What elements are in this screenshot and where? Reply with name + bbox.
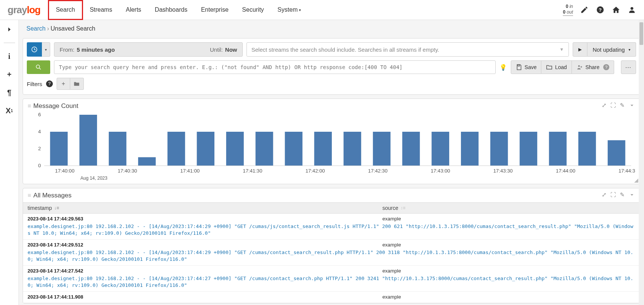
nav-item-dashboards[interactable]: Dashboards	[148, 0, 194, 20]
cell-message: example.designet.jp:80 192.168.2.102 - -…	[28, 275, 635, 288]
focus-icon[interactable]: ⤢	[602, 102, 607, 110]
query-panel: ▾ From: 5 minutes ago Until: Now Select …	[23, 38, 640, 95]
all-messages-widget: ≡ All Messages ⤢ ⛶ ✎ timestamp↓≡ source↕…	[23, 188, 640, 303]
throughput-indicator: 0 in 0 out	[563, 4, 573, 16]
table-row[interactable]: 2023-08-14 17:44:29.512exampleexample.de…	[23, 240, 640, 266]
cell-timestamp: 2023-08-14 17:44:11.908	[28, 294, 382, 300]
sort-icon: ↕≡	[401, 205, 405, 211]
filters-help-icon[interactable]: ?	[46, 80, 53, 87]
cell-source: example	[382, 242, 401, 248]
scratchpad-icon[interactable]	[580, 5, 589, 14]
home-icon[interactable]	[612, 5, 621, 14]
svg-text:2: 2	[38, 146, 41, 151]
cell-timestamp: 2023-08-14 17:44:29.512	[28, 242, 382, 248]
svg-text:6: 6	[38, 113, 41, 117]
widget-menu-icon[interactable]	[629, 191, 635, 199]
svg-text:17:40:00: 17:40:00	[55, 169, 74, 174]
hint-bulb-icon[interactable]: 💡	[499, 64, 507, 71]
svg-text:17:42:00: 17:42:00	[305, 169, 325, 174]
logo[interactable]: graylog	[8, 4, 40, 16]
filters-label: Filters	[27, 81, 42, 87]
table-row[interactable]: 2023-08-14 17:44:29.563exampleexample.de…	[23, 214, 640, 240]
cell-message: example.designet.jp:80 192.168.2.102 - -…	[28, 223, 635, 236]
fullscreen-icon[interactable]: ⛶	[610, 102, 616, 110]
table-row[interactable]: 2023-08-14 17:44:11.908example	[23, 292, 640, 303]
svg-rect-23	[402, 132, 420, 166]
chevron-down-icon: ▼	[559, 47, 564, 52]
svg-rect-5	[518, 65, 520, 66]
breadcrumb-root[interactable]: Search	[26, 25, 46, 32]
user-icon[interactable]	[627, 5, 636, 14]
edit-widget-icon[interactable]: ✎	[620, 191, 625, 199]
refresh-mode-dropdown[interactable]: Not updating▾	[587, 42, 636, 57]
svg-rect-16	[197, 132, 214, 166]
time-range-button[interactable]	[27, 42, 42, 57]
svg-rect-17	[226, 132, 244, 166]
svg-rect-21	[344, 132, 361, 166]
time-range-display[interactable]: From: 5 minutes ago Until: Now	[54, 42, 243, 57]
svg-rect-13	[109, 132, 126, 166]
drag-handle-icon[interactable]: ≡	[28, 192, 30, 199]
create-icon[interactable]: +	[5, 69, 14, 79]
nav-item-alerts[interactable]: Alerts	[119, 0, 148, 20]
widget-title: All Messages	[33, 192, 602, 199]
svg-rect-26	[490, 132, 508, 166]
table-header: timestamp↓≡ source↕≡	[23, 202, 640, 214]
col-timestamp[interactable]: timestamp↓≡	[28, 205, 382, 211]
cell-timestamp: 2023-08-14 17:44:29.563	[28, 216, 382, 222]
nav-item-enterprise[interactable]: Enterprise	[194, 0, 235, 20]
breadcrumb-current: Unsaved Search	[51, 25, 95, 32]
svg-rect-25	[461, 132, 479, 166]
nav-item-streams[interactable]: Streams	[83, 0, 119, 20]
info-icon[interactable]: i	[5, 51, 14, 61]
save-button[interactable]: Save	[511, 60, 542, 74]
svg-rect-20	[314, 132, 332, 166]
col-source[interactable]: source↕≡	[382, 205, 405, 211]
nav-item-search[interactable]: Search	[48, 0, 83, 20]
x-subscript-icon[interactable]: X1	[5, 106, 14, 116]
more-actions-button[interactable]: ⋯	[621, 60, 636, 74]
help-icon[interactable]: ?	[596, 5, 605, 14]
time-range-dropdown[interactable]: ▾	[42, 42, 50, 57]
nav-item-security[interactable]: Security	[235, 0, 271, 20]
cell-source: example	[382, 216, 401, 222]
drag-handle-icon[interactable]: ≡	[28, 103, 30, 109]
resize-handle-icon[interactable]: ◢	[634, 177, 638, 183]
message-count-widget: ≡ Message Count ⤢ ⛶ ✎ 024617:40:0017:40:…	[23, 99, 640, 184]
svg-rect-11	[50, 132, 68, 166]
cell-source: example	[382, 268, 401, 274]
svg-text:17:43:30: 17:43:30	[493, 169, 513, 174]
search-input[interactable]	[54, 60, 496, 74]
svg-text:0: 0	[38, 163, 41, 168]
svg-rect-12	[79, 115, 97, 166]
svg-rect-19	[285, 132, 303, 166]
svg-rect-14	[138, 157, 156, 166]
manage-filter-button[interactable]	[70, 78, 84, 90]
widget-menu-icon[interactable]	[629, 102, 635, 110]
cell-source: example	[382, 294, 401, 300]
caret-down-icon: ▾	[299, 8, 301, 12]
svg-text:4: 4	[38, 129, 41, 134]
nav-item-system[interactable]: System▾	[271, 0, 308, 20]
edit-widget-icon[interactable]: ✎	[620, 102, 625, 110]
svg-rect-15	[168, 132, 185, 166]
svg-text:17:44:30: 17:44:30	[618, 169, 635, 174]
fullscreen-icon[interactable]: ⛶	[610, 191, 616, 199]
refresh-play-button[interactable]: ▶	[573, 42, 587, 57]
add-filter-button[interactable]: +	[57, 78, 70, 90]
focus-icon[interactable]: ⤢	[602, 191, 607, 199]
svg-point-4	[36, 65, 40, 68]
share-button[interactable]: Share?	[572, 60, 614, 74]
svg-rect-30	[608, 140, 626, 166]
table-row[interactable]: 2023-08-14 17:44:27.542exampleexample.de…	[23, 266, 640, 292]
expand-sidebar-icon[interactable]	[5, 25, 14, 34]
search-button[interactable]	[27, 60, 50, 74]
svg-rect-24	[431, 132, 449, 166]
svg-text:17:44:00: 17:44:00	[556, 169, 575, 174]
svg-text:17:41:30: 17:41:30	[243, 169, 262, 174]
paragraph-icon[interactable]: ¶	[5, 88, 14, 97]
stream-select[interactable]: Select streams the search should include…	[247, 42, 569, 57]
load-button[interactable]: Load	[541, 60, 572, 74]
message-list: 2023-08-14 17:44:29.563exampleexample.de…	[23, 214, 640, 303]
svg-rect-28	[549, 132, 567, 166]
